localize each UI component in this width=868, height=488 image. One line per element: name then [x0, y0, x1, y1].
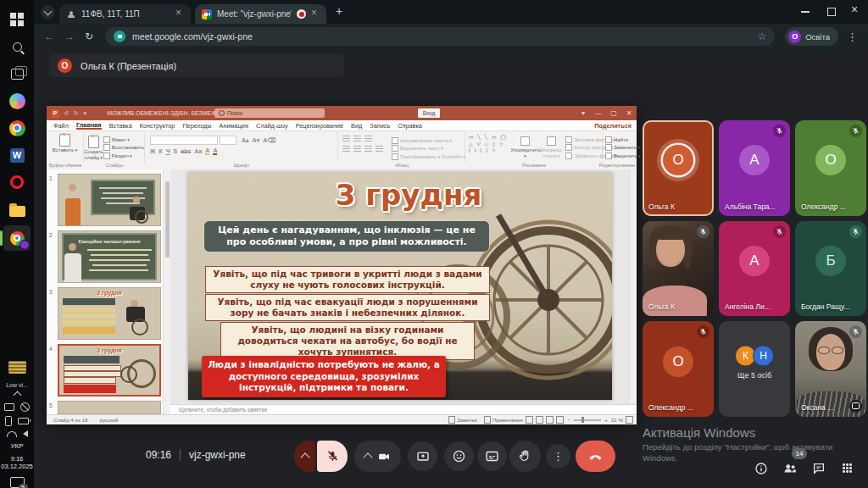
- tile-oksana-video[interactable]: Оксана ...: [795, 321, 866, 417]
- new-tab-button[interactable]: [332, 5, 346, 19]
- start-button[interactable]: [6, 8, 28, 30]
- back-icon[interactable]: ←: [44, 30, 54, 42]
- highlight-button[interactable]: А: [205, 147, 209, 155]
- slide-sorter-icon[interactable]: [536, 416, 543, 424]
- align-text-button[interactable]: Выровнять текст: [392, 145, 465, 152]
- tray-wifi-icon[interactable]: [7, 431, 17, 437]
- shrink-font-button[interactable]: А▾: [253, 137, 260, 144]
- font-color-button[interactable]: А: [213, 147, 217, 155]
- find-button[interactable]: Найти: [605, 136, 637, 143]
- tray-blocked-icon[interactable]: [20, 402, 30, 412]
- taskbar-search-button[interactable]: [6, 36, 28, 58]
- copilot-button[interactable]: [6, 90, 28, 112]
- window-close-button[interactable]: [851, 3, 858, 16]
- tab-review[interactable]: Рецензирование: [296, 122, 343, 130]
- file-explorer-button[interactable]: [6, 198, 28, 220]
- tab-close-icon[interactable]: [309, 9, 320, 19]
- strikethrough-button[interactable]: abc: [181, 148, 191, 154]
- mic-mute-button[interactable]: [317, 441, 348, 472]
- zoom-slider[interactable]: [574, 419, 601, 421]
- font-name-box[interactable]: [150, 136, 218, 145]
- select-button[interactable]: Выделить: [605, 152, 637, 159]
- align-left-icon[interactable]: [342, 146, 350, 152]
- tray-phone-icon[interactable]: [5, 416, 12, 426]
- chrome-taskbar-button[interactable]: [6, 117, 28, 139]
- zoom-in-icon[interactable]: +: [604, 417, 608, 423]
- paste-button[interactable]: Вставить: [47, 134, 83, 153]
- thumbnail-slide-2[interactable]: Емоційне налаштування: [58, 230, 161, 283]
- tray-display-icon[interactable]: [4, 403, 14, 411]
- comments-toggle[interactable]: Примечания: [492, 417, 523, 423]
- opera-taskbar-button[interactable]: [6, 171, 28, 193]
- tab-search-button[interactable]: [41, 5, 55, 19]
- numbering-icon[interactable]: [353, 136, 361, 141]
- tab-meet-active[interactable]: Meet: "vjz-gwxi-pne": [195, 4, 326, 24]
- tab-slideshow[interactable]: Слайд-шоу: [256, 122, 288, 130]
- browser-menu-icon[interactable]: [847, 30, 858, 43]
- reset-button[interactable]: Восстановить: [103, 144, 144, 151]
- meeting-details-button[interactable]: [753, 460, 770, 477]
- tray-expand-chevron[interactable]: [13, 391, 21, 399]
- activities-button[interactable]: [839, 460, 856, 477]
- tile-olga-avatar[interactable]: О Ольга К: [643, 120, 714, 216]
- raise-hand-button[interactable]: [509, 441, 541, 472]
- notes-pane[interactable]: Щелкните, чтобы добавить заметки: [170, 404, 637, 414]
- tile-oleksandr-1[interactable]: О Олександр ...: [795, 120, 866, 216]
- presenter-pill[interactable]: О Ольга К (Презентація): [49, 54, 344, 77]
- tab-help[interactable]: Справка: [398, 122, 422, 130]
- shapes-gallery[interactable]: ▭ ╲ ╲ ▭ ◯△ ▽ ◇ ▯ ☆( ) { } ☆: [469, 135, 507, 160]
- language-status[interactable]: русский: [99, 417, 118, 423]
- keyboard-language[interactable]: УКР: [10, 442, 23, 450]
- bookmark-star-icon[interactable]: [757, 30, 766, 42]
- tab-transitions[interactable]: Переходы: [182, 122, 211, 130]
- camera-control[interactable]: [354, 441, 401, 472]
- word-taskbar-button[interactable]: W: [6, 144, 28, 166]
- arrange-button[interactable]: Упорядочить: [510, 135, 539, 160]
- canvas-scrollbar[interactable]: [629, 169, 637, 404]
- align-center-icon[interactable]: [353, 146, 361, 152]
- chat-button[interactable]: [810, 460, 827, 477]
- tab-classroom[interactable]: 11ФВ, 11Т, 11П: [59, 4, 191, 24]
- tab-close-icon[interactable]: [174, 9, 184, 19]
- tray-volume-icon[interactable]: [23, 430, 28, 437]
- justify-icon[interactable]: [376, 146, 383, 152]
- ppt-minimize-button[interactable]: [591, 106, 606, 120]
- more-options-button[interactable]: [546, 444, 570, 469]
- bold-button[interactable]: Ж: [150, 148, 155, 154]
- align-right-icon[interactable]: [364, 146, 372, 152]
- thumbnail-slide-5[interactable]: [58, 401, 161, 414]
- ppt-share-button[interactable]: Поделиться: [594, 120, 632, 131]
- underline-button[interactable]: Ч: [166, 148, 170, 154]
- reactions-button[interactable]: [444, 441, 474, 471]
- tab-record[interactable]: Запись: [370, 122, 390, 130]
- camera-options-icon[interactable]: [363, 452, 372, 462]
- tab-design[interactable]: Конструктор: [140, 122, 175, 130]
- bullets-icon[interactable]: [342, 136, 350, 141]
- reading-view-icon[interactable]: [546, 416, 554, 424]
- slideshow-icon[interactable]: [556, 416, 564, 424]
- tray-battery-icon[interactable]: [18, 418, 29, 424]
- end-call-button[interactable]: [576, 441, 615, 472]
- text-direction-button[interactable]: Направление текста: [392, 137, 465, 144]
- tile-more-people[interactable]: К Н Ще 5 осіб: [719, 321, 790, 417]
- grow-font-button[interactable]: А▴: [242, 137, 249, 144]
- replace-button[interactable]: Заменить: [605, 144, 637, 151]
- taskbar-clock[interactable]: 9:16 03.12.2025: [1, 455, 33, 472]
- present-screen-button[interactable]: [408, 441, 437, 471]
- forward-icon[interactable]: →: [64, 30, 75, 42]
- tab-view[interactable]: Вид: [351, 122, 362, 130]
- reload-icon[interactable]: ↻: [85, 30, 93, 42]
- window-minimize-button[interactable]: [801, 11, 810, 13]
- tile-albina[interactable]: А Альбіна Тара...: [719, 120, 790, 216]
- tile-angelina[interactable]: А Ангеліна Ли...: [719, 221, 790, 317]
- clear-format-button[interactable]: А⌫: [263, 137, 275, 144]
- quick-access-toolbar[interactable]: [64, 110, 88, 117]
- profile-chip[interactable]: О Освіта: [785, 27, 838, 46]
- tab-insert[interactable]: Вставка: [109, 122, 132, 130]
- tab-home[interactable]: Главная: [76, 121, 102, 130]
- tile-bogdan[interactable]: Б Богдан Ращу...: [795, 221, 866, 317]
- shadow-button[interactable]: S: [174, 148, 178, 154]
- ribbon-display-options-button[interactable]: [576, 106, 591, 120]
- tab-animations[interactable]: Анимация: [220, 122, 248, 130]
- section-button[interactable]: Раздел: [103, 152, 144, 159]
